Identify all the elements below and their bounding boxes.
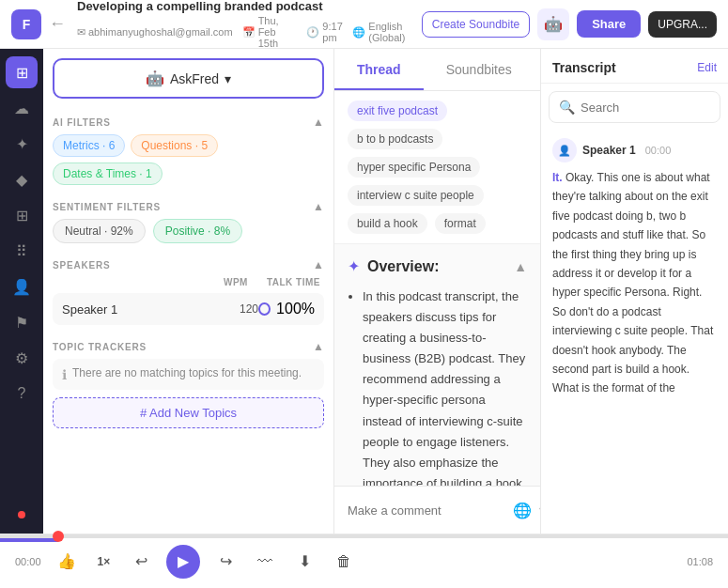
back-button[interactable]: ← bbox=[49, 14, 66, 34]
wpm-header: WPM bbox=[224, 277, 248, 287]
chip-hook[interactable]: build a hook bbox=[348, 213, 427, 234]
sidebar-icon-help[interactable]: ? bbox=[6, 378, 38, 410]
sentiment-title: SENTIMENT FILTERS bbox=[53, 202, 161, 212]
sentiment-neutral[interactable]: Neutral · 92% bbox=[53, 219, 146, 243]
main-content: ⊞ ☁ ✦ ◆ ⊞ ⠿ 👤 ⚑ ⚙ ? 🤖 AskFred ▾ AI FILTE… bbox=[0, 49, 728, 534]
sidebar-icon-cloud[interactable]: ☁ bbox=[6, 92, 38, 124]
delete-button[interactable]: 🗑 bbox=[330, 548, 358, 576]
filter-questions[interactable]: Questions · 5 bbox=[131, 134, 218, 157]
sidebar: ⊞ ☁ ✦ ◆ ⊞ ⠿ 👤 ⚑ ⚙ ? bbox=[0, 49, 43, 534]
speakers-table-header: WPM TALK TIME bbox=[53, 277, 324, 287]
speaker-talk: 100% bbox=[258, 301, 315, 317]
transcript-text: It. Okay. This one is about what they're… bbox=[552, 168, 717, 398]
comment-input[interactable] bbox=[348, 503, 505, 518]
topics-title: TOPIC TRACKERS bbox=[53, 342, 147, 352]
speakers-chevron-icon[interactable]: ▲ bbox=[313, 258, 324, 271]
share-button[interactable]: Share bbox=[577, 10, 641, 38]
overview-header: ✦ Overview: ▲ bbox=[348, 257, 527, 275]
speaker-row: Speaker 1 120 100% bbox=[53, 293, 324, 325]
progress-dot bbox=[53, 531, 64, 542]
sidebar-icon-flag[interactable]: ⚑ bbox=[6, 306, 38, 338]
overview-item: In this podcast transcript, the speakers… bbox=[363, 286, 527, 486]
time-current: 00:00 bbox=[15, 556, 41, 567]
ai-button[interactable]: 🤖 bbox=[537, 8, 569, 40]
speed-button[interactable]: 1× bbox=[92, 551, 116, 572]
ai-filters-header: AI FILTERS ▲ bbox=[43, 108, 333, 134]
tab-soundbites[interactable]: Soundbites bbox=[424, 49, 534, 90]
askfred-chevron-icon: ▾ bbox=[225, 71, 231, 86]
sidebar-icon-home[interactable]: ⊞ bbox=[6, 56, 38, 88]
talk-time-header: TALK TIME bbox=[267, 277, 320, 287]
left-panel: 🤖 AskFred ▾ AI FILTERS ▲ Metrics · 6 Que… bbox=[43, 49, 334, 534]
overview-text: In this podcast transcript, the speakers… bbox=[348, 286, 527, 486]
globe-icon[interactable]: 🌐 bbox=[513, 502, 532, 519]
chip-b2b[interactable]: b to b podcasts bbox=[348, 129, 442, 149]
like-button[interactable]: 👍 bbox=[53, 548, 81, 576]
filter-dates[interactable]: Dates & Times · 1 bbox=[53, 162, 163, 185]
sidebar-notification-dot bbox=[18, 511, 25, 518]
sidebar-icon-settings[interactable]: ⚙ bbox=[6, 342, 38, 374]
search-input[interactable] bbox=[581, 101, 710, 115]
tabs: Thread Soundbites bbox=[334, 49, 540, 91]
edit-button[interactable]: Edit bbox=[697, 61, 717, 74]
sentiment-filters-header: SENTIMENT FILTERS ▲ bbox=[43, 193, 333, 219]
sidebar-icon-star[interactable]: ✦ bbox=[6, 128, 38, 160]
ai-filters-chevron-icon[interactable]: ▲ bbox=[313, 116, 324, 129]
topics-chevron-icon[interactable]: ▲ bbox=[313, 340, 324, 353]
ai-filters-title: AI FILTERS bbox=[53, 117, 111, 128]
speaker-avatar: 👤 bbox=[552, 138, 577, 162]
sidebar-icon-person[interactable]: 👤 bbox=[6, 271, 38, 302]
rewind-button[interactable]: ↩ bbox=[127, 548, 155, 576]
progress-bar-container[interactable] bbox=[0, 534, 728, 538]
tab-thread[interactable]: Thread bbox=[334, 49, 424, 90]
askfred-button[interactable]: 🤖 AskFred ▾ bbox=[53, 58, 324, 99]
play-button[interactable]: ▶ bbox=[166, 545, 200, 579]
progress-bar-fill bbox=[0, 538, 58, 542]
overview-chevron-icon[interactable]: ▲ bbox=[514, 259, 527, 274]
sidebar-icon-dots[interactable]: ⠿ bbox=[6, 235, 38, 267]
topbar-meta: ✉ abhimanyughoshal@gmail.com 📅 Thu, Feb … bbox=[77, 15, 414, 49]
transcript-body: Okay. This one is about what they're tal… bbox=[552, 171, 713, 395]
progress-bar-background bbox=[0, 534, 728, 538]
thread-content: ✦ Overview: ▲ In this podcast transcript… bbox=[334, 244, 540, 486]
sidebar-icon-grid[interactable]: ⊞ bbox=[6, 199, 38, 231]
chip-exit-five[interactable]: exit five podcast bbox=[348, 101, 447, 121]
transcript-highlight: It. bbox=[552, 171, 563, 184]
chip-format[interactable]: format bbox=[435, 213, 486, 234]
download-button[interactable]: ⬇ bbox=[290, 548, 318, 576]
transcript-speaker-name: Speaker 1 bbox=[582, 144, 636, 157]
transcript-content: 👤 Speaker 1 00:00 It. Okay. This one is … bbox=[541, 131, 728, 534]
askfred-label: AskFred bbox=[170, 71, 219, 86]
topbar-actions: Create Soundbite 🤖 Share UPGRA... bbox=[422, 8, 717, 40]
sidebar-icon-diamond[interactable]: ◆ bbox=[6, 163, 38, 195]
filter-chips: exit five podcast b to b podcasts hyper … bbox=[334, 91, 540, 244]
time-total: 01:08 bbox=[687, 556, 713, 567]
middle-panel: Thread Soundbites exit five podcast b to… bbox=[334, 49, 540, 534]
overview-title: Overview: bbox=[367, 258, 506, 275]
no-topics-notice: ℹ There are no matching topics for this … bbox=[53, 359, 324, 390]
upgrade-button[interactable]: UPGRA... bbox=[648, 11, 717, 38]
meeting-title: Developing a compelling branded podcast bbox=[77, 0, 414, 13]
forward-button[interactable]: ↪ bbox=[211, 548, 240, 576]
sentiment-chevron-icon[interactable]: ▲ bbox=[313, 200, 324, 213]
speakers-table: WPM TALK TIME Speaker 1 120 100% bbox=[43, 277, 333, 333]
add-topics-button[interactable]: # Add New Topics bbox=[53, 397, 324, 428]
speaker-talk-pct: 100% bbox=[276, 301, 315, 317]
sentiment-positive[interactable]: Positive · 8% bbox=[153, 219, 242, 243]
chip-interview[interactable]: interview c suite people bbox=[348, 185, 484, 206]
create-soundbite-button[interactable]: Create Soundbite bbox=[422, 11, 530, 38]
transcript-title: Transcript bbox=[552, 60, 616, 75]
language-meta: 🌐 English (Global) bbox=[352, 21, 413, 43]
bottom-bar: 00:00 👍 1× ↩ ▶ ↪ 〰 ⬇ 🗑 01:08 bbox=[0, 534, 728, 588]
speaker-label: 👤 Speaker 1 00:00 bbox=[552, 138, 717, 162]
waveform-button[interactable]: 〰 bbox=[251, 548, 279, 576]
ai-filter-tags: Metrics · 6 Questions · 5 Dates & Times … bbox=[43, 134, 333, 193]
chip-hyper-persona[interactable]: hyper specific Persona bbox=[348, 157, 480, 178]
email-meta: ✉ abhimanyughoshal@gmail.com bbox=[77, 26, 233, 39]
speaker-wpm: 120 bbox=[221, 302, 258, 316]
speaker-circle-icon bbox=[258, 302, 271, 316]
transcript-header: Transcript Edit bbox=[541, 49, 728, 84]
speaker-name: Speaker 1 bbox=[62, 302, 221, 317]
askfred-icon: 🤖 bbox=[146, 70, 164, 87]
filter-metrics[interactable]: Metrics · 6 bbox=[53, 134, 125, 157]
